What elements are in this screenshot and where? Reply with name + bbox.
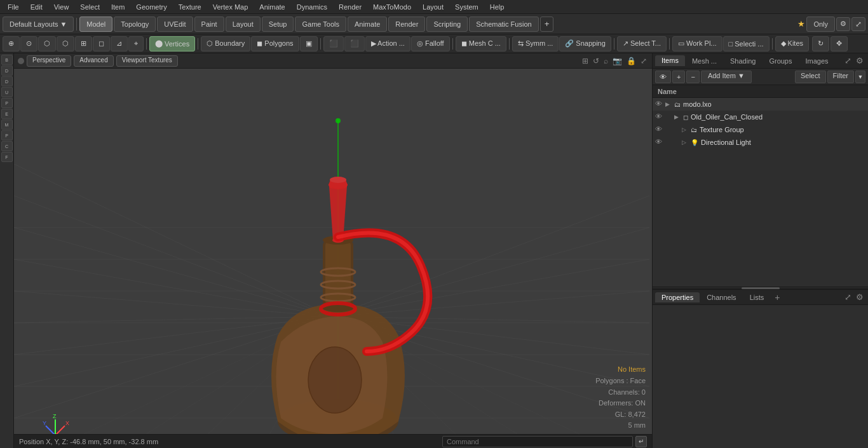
menu-dynamics[interactable]: Dynamics — [292, 2, 332, 12]
tab-game-tools[interactable]: Game Tools — [295, 17, 346, 32]
viewport-canvas[interactable]: No Items Polygons : Face Channels: 0 Def… — [14, 69, 652, 448]
menu-system[interactable]: System — [450, 2, 484, 12]
tab-schematic-fusion[interactable]: Schematic Fusion — [469, 17, 538, 32]
expand-icon-texgrp[interactable]: ▷ — [682, 126, 688, 133]
rotate-icon[interactable]: ↻ — [812, 36, 829, 51]
viewport-dot[interactable] — [18, 58, 24, 64]
tool-box1[interactable]: ⬛ — [323, 36, 344, 51]
fit-icon[interactable]: ⊞ — [581, 57, 590, 65]
items-remove-icon[interactable]: − — [686, 71, 699, 83]
only-button[interactable]: Only — [806, 17, 835, 32]
expand-icon-root[interactable]: ▶ — [665, 101, 672, 107]
eye-icon-root[interactable]: 👁 — [655, 100, 664, 109]
tab-uvedit[interactable]: UVEdit — [157, 17, 193, 32]
eye-icon-light[interactable]: 👁 — [655, 138, 664, 147]
tool-boundary[interactable]: ⬡ Boundary — [201, 36, 250, 51]
tool-cross[interactable]: ⌖ — [128, 36, 144, 51]
tool-center[interactable]: ⊕ — [3, 36, 20, 51]
sidebar-tool-8[interactable]: P — [1, 130, 13, 140]
sidebar-tool-1[interactable]: B — [1, 55, 13, 65]
bottom-panel-collapse-icon[interactable]: ⤢ — [843, 292, 853, 302]
menu-animate[interactable]: Animate — [254, 2, 290, 12]
tab-mesh[interactable]: Mesh ... — [686, 56, 723, 66]
tool-polygons[interactable]: ◼ Polygons — [251, 36, 299, 51]
tab-topology[interactable]: Topology — [114, 17, 156, 32]
tool-hex[interactable]: ⬡ — [57, 36, 74, 51]
camera-icon[interactable]: 📷 — [611, 57, 623, 65]
tool-solid[interactable]: ▣ — [300, 36, 318, 51]
tab-groups[interactable]: Groups — [763, 56, 798, 66]
tool-tri[interactable]: ⬡ — [38, 36, 56, 51]
sidebar-tool-6[interactable]: E — [1, 109, 13, 119]
tool-vertices[interactable]: ⬤ Vertices — [149, 36, 195, 51]
tab-images[interactable]: Images — [799, 56, 834, 66]
sidebar-tool-4[interactable]: U — [1, 87, 13, 97]
tool-work[interactable]: ▭ Work Pl... — [672, 36, 722, 51]
eye-icon-mesh[interactable]: 👁 — [655, 112, 664, 121]
vp-expand-icon[interactable]: ⤢ — [639, 57, 648, 65]
list-item-root[interactable]: 👁 ▶ 🗂 modo.lxo — [653, 98, 868, 111]
items-eye-button[interactable]: 👁 — [655, 71, 671, 83]
menu-maxtomodo[interactable]: MaxToModo — [368, 2, 416, 12]
menu-help[interactable]: Help — [485, 2, 510, 12]
sidebar-tool-2[interactable]: D — [1, 65, 13, 76]
add-panel-tab[interactable]: + — [772, 292, 782, 302]
tool-radial[interactable]: ⊙ — [20, 36, 37, 51]
menu-item[interactable]: Item — [106, 2, 130, 12]
menu-geometry[interactable]: Geometry — [131, 2, 172, 12]
items-select-button[interactable]: Select — [795, 71, 826, 83]
menu-texture[interactable]: Texture — [173, 2, 207, 12]
tab-scripting[interactable]: Scripting — [426, 17, 468, 32]
menu-vertex-map[interactable]: Vertex Map — [208, 2, 254, 12]
settings-icon[interactable]: ⚙ — [836, 17, 850, 31]
viewport-textures-button[interactable]: Viewport Textures — [116, 55, 178, 67]
items-more-button[interactable]: ▼ — [855, 71, 865, 83]
tool-select[interactable]: ↗ Select T... — [617, 36, 667, 51]
tab-paint[interactable]: Paint — [194, 17, 224, 32]
tab-model[interactable]: Model — [79, 17, 112, 32]
menu-view[interactable]: View — [49, 2, 74, 12]
eye-icon-texgrp[interactable]: 👁 — [655, 125, 664, 134]
tool-square[interactable]: ◻ — [93, 36, 110, 51]
right-panel-collapse-icon[interactable]: ⤢ — [843, 56, 853, 65]
add-item-button[interactable]: Add Item ▼ — [701, 71, 752, 83]
tab-lists[interactable]: Lists — [743, 292, 771, 302]
tab-animate[interactable]: Animate — [348, 17, 387, 32]
menu-select[interactable]: Select — [75, 2, 105, 12]
tool-kites[interactable]: ◆ Kites — [775, 36, 810, 51]
perspective-button[interactable]: Perspective — [27, 55, 71, 67]
sidebar-tool-5[interactable]: P — [1, 98, 13, 108]
add-tab-button[interactable]: + — [540, 17, 554, 32]
sidebar-tool-3[interactable]: D — [1, 76, 13, 86]
expand-icon-light[interactable]: ▷ — [682, 139, 688, 146]
tab-properties[interactable]: Properties — [655, 292, 700, 302]
menu-edit[interactable]: Edit — [25, 2, 48, 12]
tab-layout[interactable]: Layout — [226, 17, 261, 32]
advanced-button[interactable]: Advanced — [74, 55, 113, 67]
list-item-texture-group[interactable]: 👁 ▷ 🗂 Texture Group — [653, 123, 868, 136]
bottom-panel-settings-icon[interactable]: ⚙ — [854, 292, 865, 302]
sidebar-tool-10[interactable]: F — [1, 152, 13, 162]
sidebar-tool-9[interactable]: C — [1, 141, 13, 151]
tool-snapping[interactable]: 🔗 Snapping — [559, 36, 611, 51]
zoom-icon[interactable]: ⌕ — [602, 57, 609, 65]
expand-icon-mesh[interactable]: ▶ — [674, 114, 681, 120]
tab-shading[interactable]: Shading — [724, 56, 762, 66]
tool-box2[interactable]: ⬛ — [344, 36, 365, 51]
tool-grid[interactable]: ⊞ — [75, 36, 92, 51]
menu-render[interactable]: Render — [334, 2, 367, 12]
lock-icon[interactable]: 🔒 — [625, 57, 637, 65]
items-add-icon[interactable]: + — [672, 71, 685, 83]
sidebar-tool-7[interactable]: M — [1, 119, 13, 130]
items-filter-button[interactable]: Filter — [827, 71, 854, 83]
tool-mesh[interactable]: ◼ Mesh C ... — [456, 36, 506, 51]
tool-falloff[interactable]: ◎ Falloff — [411, 36, 450, 51]
viewport[interactable]: Perspective Advanced Viewport Textures ⊞… — [14, 53, 652, 448]
tool-action[interactable]: ▶ Action ... — [365, 36, 410, 51]
rotate-vp-icon[interactable]: ↺ — [592, 57, 600, 65]
tab-items[interactable]: Items — [655, 55, 685, 66]
tool-selecti[interactable]: □ Selecti ... — [723, 36, 770, 51]
right-panel-settings-icon[interactable]: ⚙ — [854, 56, 865, 65]
expand-icon[interactable]: ⤢ — [851, 17, 865, 31]
list-item-mesh[interactable]: 👁 ▶ ◻ Old_Oiler_Can_Closed — [653, 111, 868, 123]
